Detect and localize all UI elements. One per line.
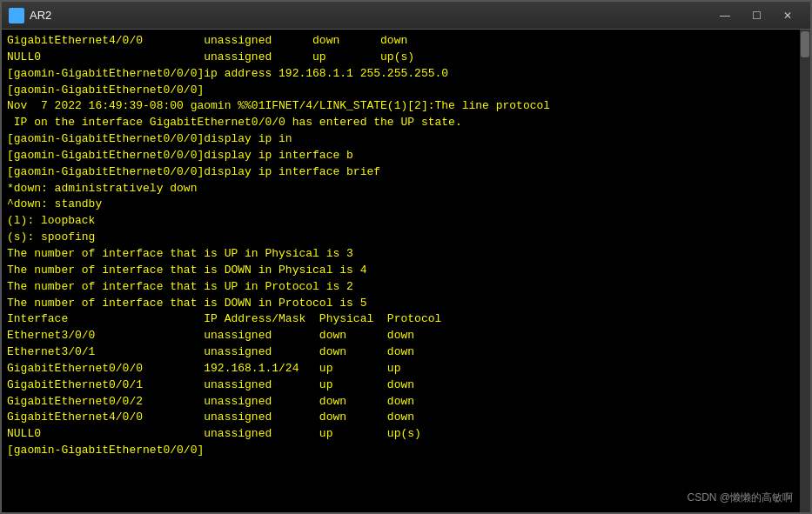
- main-window: AR2 — ☐ ✕ GigabitEthernet4/0/0 unassigne…: [0, 0, 812, 514]
- app-icon: [9, 8, 24, 23]
- terminal-line: (l): loopback: [7, 213, 805, 230]
- terminal-line: The number of interface that is DOWN in …: [7, 263, 805, 279]
- terminal-line: [gaomin-GigabitEthernet0/0/0]: [7, 83, 805, 99]
- scrollbar[interactable]: [800, 30, 810, 512]
- titlebar: AR2 — ☐ ✕: [2, 2, 810, 30]
- terminal-line: [gaomin-GigabitEthernet0/0/0]display ip …: [7, 131, 805, 148]
- terminal-line: Interface IP Address/Mask Physical Proto…: [7, 311, 805, 328]
- watermark: CSDN @懒懒的高敏啊: [687, 491, 793, 505]
- terminal-content: GigabitEthernet4/0/0 unassigned down dow…: [7, 33, 805, 459]
- terminal[interactable]: GigabitEthernet4/0/0 unassigned down dow…: [2, 30, 810, 512]
- terminal-line: GigabitEthernet4/0/0 unassigned down dow…: [7, 410, 805, 426]
- window-title: AR2: [30, 9, 51, 22]
- terminal-line: The number of interface that is UP in Ph…: [7, 246, 805, 263]
- terminal-line: [gaomin-GigabitEthernet0/0/0]: [7, 443, 805, 459]
- svg-rect-0: [11, 10, 16, 15]
- terminal-line: NULL0 unassigned up up(s): [7, 426, 805, 443]
- terminal-line: Ethernet3/0/1 unassigned down down: [7, 344, 805, 361]
- maximize-button[interactable]: ☐: [741, 3, 772, 28]
- terminal-line: GigabitEthernet0/0/0 192.168.1.1/24 up u…: [7, 361, 805, 377]
- terminal-line: [gaomin-GigabitEthernet0/0/0]display ip …: [7, 148, 805, 164]
- terminal-line: NULL0 unassigned up up(s): [7, 50, 805, 66]
- terminal-line: ^down: standby: [7, 197, 805, 213]
- terminal-line: GigabitEthernet0/0/2 unassigned down dow…: [7, 394, 805, 411]
- terminal-line: The number of interface that is DOWN in …: [7, 296, 805, 312]
- terminal-line: [gaomin-GigabitEthernet0/0/0]display ip …: [7, 164, 805, 181]
- window-controls: — ☐ ✕: [709, 3, 803, 28]
- terminal-line: *down: administratively down: [7, 181, 805, 197]
- terminal-line: GigabitEthernet0/0/1 unassigned up down: [7, 377, 805, 394]
- minimize-button[interactable]: —: [709, 3, 741, 28]
- close-button[interactable]: ✕: [772, 3, 803, 28]
- terminal-line: GigabitEthernet4/0/0 unassigned down dow…: [7, 33, 805, 50]
- scrollbar-thumb[interactable]: [801, 31, 809, 57]
- terminal-line: Ethernet3/0/0 unassigned down down: [7, 328, 805, 344]
- terminal-line: Nov 7 2022 16:49:39-08:00 gaomin %%01IFN…: [7, 98, 805, 115]
- svg-rect-2: [11, 17, 16, 21]
- terminal-line: (s): spoofing: [7, 230, 805, 246]
- terminal-line: The number of interface that is UP in Pr…: [7, 279, 805, 296]
- terminal-line: [gaomin-GigabitEthernet0/0/0]ip address …: [7, 66, 805, 83]
- svg-rect-3: [17, 17, 22, 21]
- svg-rect-1: [17, 10, 22, 15]
- titlebar-left: AR2: [9, 8, 51, 23]
- terminal-line: IP on the interface GigabitEthernet0/0/0…: [7, 115, 805, 131]
